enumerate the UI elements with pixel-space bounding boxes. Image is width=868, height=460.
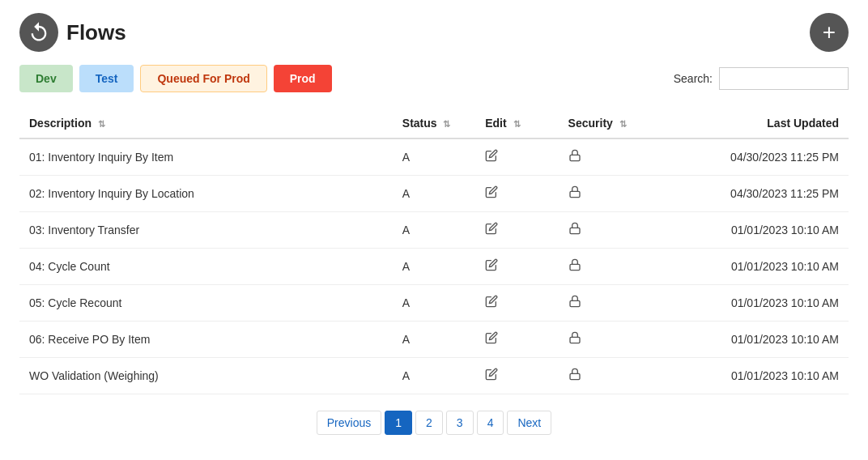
cell-last-updated: 04/30/2023 11:25 PM bbox=[641, 138, 849, 176]
svg-rect-4 bbox=[570, 300, 580, 306]
svg-rect-0 bbox=[570, 155, 580, 160]
cell-description: 02: Inventory Inquiry By Location bbox=[19, 176, 393, 212]
header-row: Flows + bbox=[19, 13, 849, 52]
cell-security bbox=[559, 285, 641, 322]
cell-status: A bbox=[393, 285, 475, 322]
cell-status: A bbox=[393, 138, 475, 176]
edit-icon[interactable] bbox=[485, 187, 498, 201]
tabs: Dev Test Queued For Prod Prod bbox=[19, 65, 332, 92]
pagination-next[interactable]: Next bbox=[507, 411, 551, 435]
cell-security bbox=[559, 176, 641, 212]
sort-icon-description[interactable]: ⇅ bbox=[98, 119, 105, 130]
pagination-page-2[interactable]: 2 bbox=[415, 411, 443, 435]
sort-icon-status[interactable]: ⇅ bbox=[443, 119, 450, 130]
table-header-row: Description ⇅ Status ⇅ Edit ⇅ Security ⇅… bbox=[19, 109, 849, 138]
svg-rect-2 bbox=[570, 228, 580, 233]
tabs-search-row: Dev Test Queued For Prod Prod Search: bbox=[19, 65, 849, 92]
lock-icon[interactable] bbox=[568, 260, 581, 274]
svg-rect-5 bbox=[570, 337, 580, 343]
svg-rect-6 bbox=[570, 373, 580, 379]
cell-security bbox=[559, 138, 641, 176]
tab-test[interactable]: Test bbox=[79, 65, 134, 92]
cell-edit bbox=[475, 249, 558, 285]
cell-edit bbox=[475, 138, 558, 176]
cell-status: A bbox=[393, 249, 475, 285]
cell-status: A bbox=[393, 212, 475, 249]
cell-status: A bbox=[393, 322, 475, 358]
cell-last-updated: 01/01/2023 10:10 AM bbox=[641, 358, 849, 394]
col-header-description: Description ⇅ bbox=[19, 109, 393, 138]
cell-edit bbox=[475, 212, 558, 249]
edit-icon[interactable] bbox=[485, 224, 498, 237]
cell-last-updated: 01/01/2023 10:10 AM bbox=[641, 249, 849, 285]
flows-icon bbox=[19, 13, 58, 52]
svg-rect-1 bbox=[570, 191, 580, 197]
table-row: 05: Cycle RecountA01/01/2023 10:10 AM bbox=[19, 285, 849, 322]
header-left: Flows bbox=[19, 13, 126, 52]
tab-dev[interactable]: Dev bbox=[19, 65, 73, 92]
table-row: 04: Cycle CountA01/01/2023 10:10 AM bbox=[19, 249, 849, 285]
flows-table: Description ⇅ Status ⇅ Edit ⇅ Security ⇅… bbox=[19, 109, 849, 394]
lock-icon[interactable] bbox=[568, 224, 581, 237]
edit-icon[interactable] bbox=[485, 369, 498, 383]
table-row: WO Validation (Weighing)A01/01/2023 10:1… bbox=[19, 358, 849, 394]
pagination-page-1[interactable]: 1 bbox=[385, 411, 412, 435]
page-container: Flows + Dev Test Queued For Prod Prod Se… bbox=[0, 0, 868, 460]
cell-edit bbox=[475, 322, 558, 358]
pagination-page-4[interactable]: 4 bbox=[477, 411, 504, 435]
edit-icon[interactable] bbox=[485, 296, 498, 310]
edit-icon[interactable] bbox=[485, 151, 498, 164]
col-header-security: Security ⇅ bbox=[559, 109, 641, 138]
edit-icon[interactable] bbox=[485, 333, 498, 347]
cell-description: 05: Cycle Recount bbox=[19, 285, 393, 322]
col-header-last-updated: Last Updated bbox=[641, 109, 849, 138]
cell-security bbox=[559, 212, 641, 249]
cell-edit bbox=[475, 285, 558, 322]
search-row: Search: bbox=[674, 67, 849, 90]
pagination-page-3[interactable]: 3 bbox=[446, 411, 474, 435]
cell-edit bbox=[475, 176, 558, 212]
lock-icon[interactable] bbox=[568, 369, 581, 383]
cell-status: A bbox=[393, 358, 475, 394]
edit-icon[interactable] bbox=[485, 260, 498, 274]
cell-description: 04: Cycle Count bbox=[19, 249, 393, 285]
table-row: 02: Inventory Inquiry By LocationA04/30/… bbox=[19, 176, 849, 212]
lock-icon[interactable] bbox=[568, 187, 581, 201]
tab-queued-for-prod[interactable]: Queued For Prod bbox=[140, 65, 266, 92]
table-row: 03: Inventory TransferA01/01/2023 10:10 … bbox=[19, 212, 849, 249]
sort-icon-edit[interactable]: ⇅ bbox=[513, 119, 521, 130]
svg-rect-3 bbox=[570, 264, 580, 270]
pagination: Previous 1 2 3 4 Next bbox=[19, 411, 849, 435]
search-label: Search: bbox=[674, 72, 713, 85]
table-body: 01: Inventory Inquiry By ItemA04/30/2023… bbox=[19, 138, 849, 394]
table-row: 06: Receive PO By ItemA01/01/2023 10:10 … bbox=[19, 322, 849, 358]
pagination-previous[interactable]: Previous bbox=[317, 411, 381, 435]
lock-icon[interactable] bbox=[568, 333, 581, 347]
cell-description: WO Validation (Weighing) bbox=[19, 358, 393, 394]
cell-last-updated: 01/01/2023 10:10 AM bbox=[641, 322, 849, 358]
cell-last-updated: 04/30/2023 11:25 PM bbox=[641, 176, 849, 212]
cell-description: 03: Inventory Transfer bbox=[19, 212, 393, 249]
cell-status: A bbox=[393, 176, 475, 212]
add-button[interactable]: + bbox=[810, 13, 849, 52]
sort-icon-security[interactable]: ⇅ bbox=[619, 119, 627, 130]
cell-description: 06: Receive PO By Item bbox=[19, 322, 393, 358]
cell-security bbox=[559, 249, 641, 285]
cell-security bbox=[559, 358, 641, 394]
col-header-status: Status ⇅ bbox=[393, 109, 475, 138]
cell-description: 01: Inventory Inquiry By Item bbox=[19, 138, 393, 176]
cell-last-updated: 01/01/2023 10:10 AM bbox=[641, 285, 849, 322]
cell-last-updated: 01/01/2023 10:10 AM bbox=[641, 212, 849, 249]
lock-icon[interactable] bbox=[568, 151, 581, 164]
lock-icon[interactable] bbox=[568, 296, 581, 310]
tab-prod[interactable]: Prod bbox=[274, 65, 332, 92]
col-header-edit: Edit ⇅ bbox=[475, 109, 558, 138]
page-title: Flows bbox=[66, 20, 126, 45]
cell-security bbox=[559, 322, 641, 358]
table-row: 01: Inventory Inquiry By ItemA04/30/2023… bbox=[19, 138, 849, 176]
search-input[interactable] bbox=[719, 67, 849, 90]
cell-edit bbox=[475, 358, 558, 394]
